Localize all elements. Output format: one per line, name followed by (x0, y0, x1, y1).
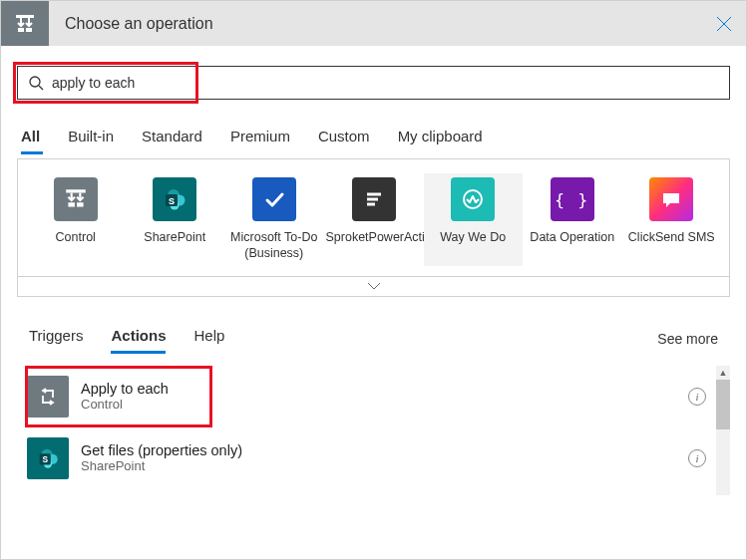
svg-point-7 (30, 77, 40, 87)
tab-help[interactable]: Help (193, 327, 224, 352)
tab-actions[interactable]: Actions (111, 327, 166, 352)
action-get-files[interactable]: S Get files (properties only) SharePoint… (17, 427, 716, 489)
connector-label: SproketPowerActions (326, 229, 422, 245)
scroll-up-button[interactable]: ▲ (716, 366, 730, 380)
sharepoint-icon: S (27, 437, 69, 479)
search-icon (28, 75, 44, 91)
tab-my-clipboard[interactable]: My clipboard (398, 128, 483, 152)
svg-text:S: S (42, 454, 48, 464)
connector-waywedo[interactable]: Way We Do (424, 173, 524, 266)
svg-rect-4 (26, 28, 32, 32)
connector-label: Data Operation (525, 229, 620, 245)
sharepoint-icon: S (153, 177, 196, 221)
clicksend-icon (649, 177, 693, 221)
action-apply-to-each[interactable]: Apply to each Control i (17, 366, 716, 427)
tab-built-in[interactable]: Built-in (68, 128, 114, 152)
action-tabs-header: Triggers Actions Help See more (17, 327, 730, 352)
connector-dataop[interactable]: { } Data Operation (523, 173, 622, 266)
tab-triggers[interactable]: Triggers (29, 327, 83, 352)
operation-icon (1, 1, 49, 46)
connector-label: SharePoint (128, 229, 223, 245)
chevron-down-icon (367, 282, 381, 290)
category-tabs: All Built-in Standard Premium Custom My … (17, 128, 730, 152)
svg-rect-13 (77, 202, 84, 206)
svg-rect-0 (16, 15, 34, 18)
connector-sharepoint[interactable]: S SharePoint (126, 173, 225, 266)
action-title: Get files (properties only) (81, 442, 688, 458)
dataop-icon: { } (551, 177, 594, 221)
loop-icon (27, 376, 69, 418)
search-box[interactable] (17, 66, 730, 100)
scroll-thumb[interactable] (716, 380, 730, 429)
waywedo-icon (451, 177, 495, 221)
action-subtitle: Control (81, 397, 688, 412)
tab-custom[interactable]: Custom (318, 128, 370, 152)
action-title: Apply to each (81, 381, 688, 397)
tab-all[interactable]: All (21, 128, 40, 152)
search-container (17, 66, 730, 100)
connector-mstodo[interactable]: Microsoft To-Do (Business) (224, 173, 324, 266)
connector-clicksend[interactable]: ClickSend SMS (622, 173, 722, 266)
see-more-link[interactable]: See more (657, 331, 718, 347)
info-icon[interactable]: i (688, 388, 706, 406)
svg-rect-3 (18, 28, 24, 32)
mstodo-icon (252, 177, 296, 221)
info-icon[interactable]: i (688, 449, 706, 467)
dialog-header: Choose an operation (1, 1, 746, 46)
connector-panel: Control S SharePoint (17, 158, 730, 277)
control-icon (54, 177, 98, 221)
scrollbar[interactable]: ▲ (716, 366, 730, 495)
svg-text:S: S (169, 196, 175, 206)
dialog-title: Choose an operation (49, 15, 702, 33)
action-list: Apply to each Control i S Get files (pro… (17, 366, 730, 489)
expand-connectors-button[interactable] (17, 277, 730, 297)
svg-rect-12 (68, 202, 75, 206)
close-button[interactable] (702, 1, 746, 46)
tab-standard[interactable]: Standard (142, 128, 202, 152)
connector-label: Microsoft To-Do (Business) (226, 229, 322, 262)
connector-control[interactable]: Control (26, 173, 126, 266)
action-subtitle: SharePoint (81, 458, 688, 473)
search-input[interactable] (44, 75, 719, 91)
connector-label: Way We Do (426, 229, 522, 245)
tab-premium[interactable]: Premium (230, 128, 290, 152)
connector-sproket[interactable]: SproketPowerActions (324, 173, 424, 266)
svg-line-8 (39, 86, 43, 90)
connector-label: ClickSend SMS (624, 229, 720, 245)
sproket-icon (352, 177, 396, 221)
svg-point-22 (464, 190, 482, 208)
connector-label: Control (28, 229, 124, 245)
svg-rect-9 (66, 189, 86, 192)
